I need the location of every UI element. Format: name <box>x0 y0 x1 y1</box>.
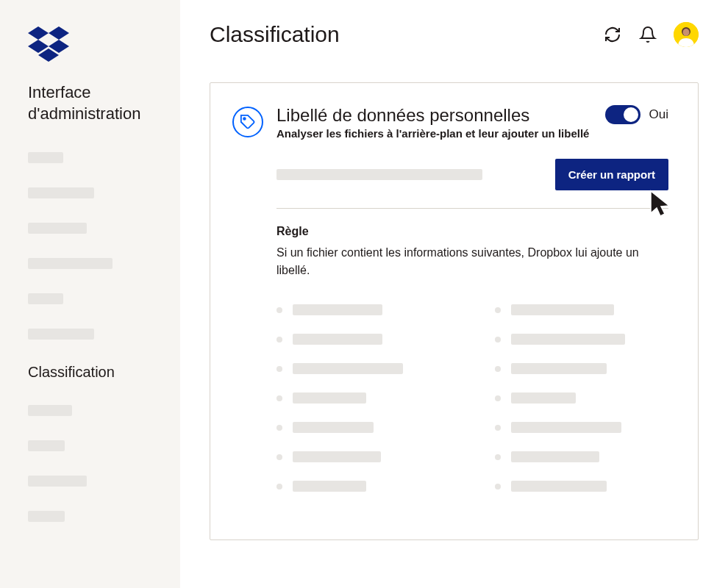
action-row: Créer un rapport <box>276 159 668 190</box>
rule-item <box>495 481 669 492</box>
sidebar-item-placeholder[interactable] <box>28 440 65 451</box>
main-content: Classification <box>180 0 728 588</box>
sidebar-item-placeholder[interactable] <box>28 405 72 416</box>
sidebar-item-classification[interactable]: Classification <box>28 364 152 381</box>
sidebar-item-placeholder[interactable] <box>28 511 65 522</box>
classification-card: Libellé de données personnelles Analyser… <box>210 82 699 540</box>
toggle-group: Oui <box>605 105 668 124</box>
rule-item <box>276 481 451 492</box>
rule-item <box>495 304 669 315</box>
rule-item <box>495 451 669 462</box>
toggle-label: Oui <box>649 107 668 122</box>
sidebar-item-placeholder[interactable] <box>28 223 87 234</box>
sync-icon[interactable] <box>603 25 622 44</box>
rule-item <box>495 363 669 374</box>
rule-item <box>276 334 451 345</box>
dropbox-logo[interactable] <box>28 26 152 65</box>
rule-item <box>495 422 669 433</box>
svg-point-3 <box>243 118 246 120</box>
svg-point-2 <box>683 29 690 36</box>
header-actions <box>603 22 699 47</box>
content-placeholder <box>276 169 482 180</box>
page-header: Classification <box>210 22 699 47</box>
rule-item <box>495 334 669 345</box>
bell-icon[interactable] <box>638 25 657 44</box>
tag-icon <box>232 107 263 137</box>
card-subtitle: Analyser les fichiers à l'arrière-plan e… <box>276 127 592 140</box>
cursor-icon <box>646 188 676 223</box>
rule-column-left <box>276 304 451 510</box>
create-report-button[interactable]: Créer un rapport <box>555 159 668 190</box>
rule-item <box>495 392 669 404</box>
sidebar-item-placeholder[interactable] <box>28 187 94 198</box>
page-title: Classification <box>210 22 340 47</box>
card-body: Créer un rapport Règle Si un fichier con… <box>276 159 668 510</box>
sidebar-title: Interface d'administration <box>28 82 152 124</box>
rule-item <box>276 304 451 315</box>
sidebar-item-placeholder[interactable] <box>28 293 63 304</box>
rule-description: Si un fichier contient les informations … <box>276 244 668 279</box>
rule-item <box>276 422 451 433</box>
rule-item <box>276 451 451 462</box>
sidebar-item-placeholder[interactable] <box>28 152 63 163</box>
rule-item <box>276 392 451 404</box>
rule-list <box>276 304 668 510</box>
sidebar-item-placeholder[interactable] <box>28 258 113 269</box>
rule-item <box>276 363 451 374</box>
card-title: Libellé de données personnelles <box>276 105 592 126</box>
divider <box>276 208 668 209</box>
sidebar-item-placeholder[interactable] <box>28 329 94 340</box>
card-header-text: Libellé de données personnelles Analyser… <box>276 105 592 140</box>
sidebar-item-placeholder[interactable] <box>28 476 87 487</box>
card-header: Libellé de données personnelles Analyser… <box>232 105 668 140</box>
sidebar: Interface d'administration Classificatio… <box>0 0 180 588</box>
avatar[interactable] <box>674 22 699 47</box>
enable-toggle[interactable] <box>605 105 640 124</box>
rule-column-right <box>495 304 669 510</box>
rule-heading: Règle <box>276 225 668 238</box>
